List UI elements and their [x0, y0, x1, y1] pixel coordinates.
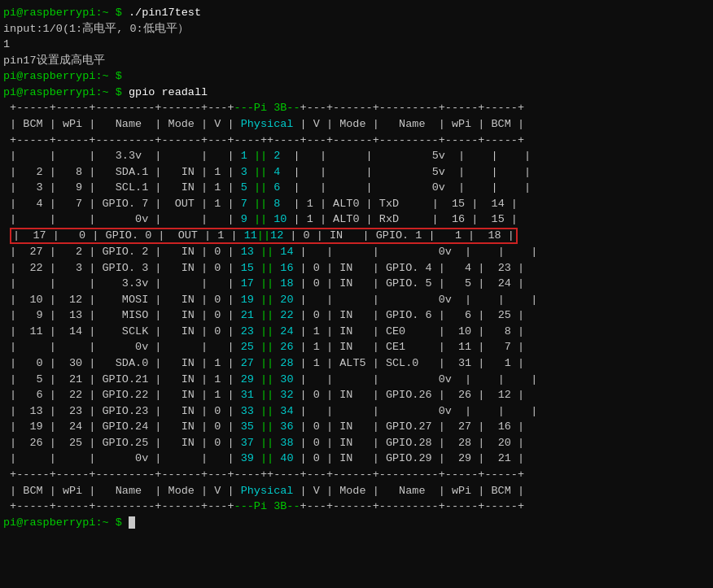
prompt-6: pi@raspberrypi:~ $	[3, 86, 129, 98]
line-5: pi@raspberrypi:~ $	[3, 68, 710, 85]
line-2: input:1/0(1:高电平, 0:低电平）	[3, 21, 710, 37]
cmd-1: ./pin17test	[129, 7, 201, 19]
table-row-sda0: | 0 | 30 | SDA.0 | IN | 1 | 27 || 28 | 1…	[3, 355, 710, 372]
table-row-miso: | 9 | 13 | MISO | IN | 0 | 21 || 22 | 0 …	[3, 307, 710, 324]
table-footer-header: | BCM | wPi | Name | Mode | V | Physical…	[3, 483, 710, 499]
cmd-6: gpio readall	[129, 86, 208, 98]
table-bottom-line: +-----+-----+---------+------+---+---Pi …	[3, 499, 710, 515]
table-row-gpio24: | 19 | 24 | GPIO.24 | IN | 0 | 35 || 36 …	[3, 419, 710, 435]
output-2: input:1/0(1:高电平, 0:低电平）	[3, 23, 189, 35]
table-row-gpio23: | 13 | 23 | GPIO.23 | IN | 0 | 33 || 34 …	[3, 403, 710, 420]
table-row-gpio21: | 5 | 21 | GPIO.21 | IN | 1 | 29 || 30 |…	[3, 372, 710, 388]
table-row-sda1: | 2 | 8 | SDA.1 | IN | 1 | 3 || 4 | | | …	[3, 164, 710, 181]
cursor	[129, 516, 135, 529]
line-3: 1	[3, 37, 710, 53]
line-1: pi@raspberrypi:~ $ ./pin17test	[3, 5, 710, 21]
table-row-mosi: | 10 | 12 | MOSI | IN | 0 | 19 || 20 | |…	[3, 292, 710, 308]
prompt-5: pi@raspberrypi:~ $	[3, 70, 129, 82]
line-4: pin17设置成高电平	[3, 53, 710, 69]
table-row-3v3-1: | | | 3.3v | | | 1 || 2 | | | 5v | | |	[3, 148, 710, 164]
table-row-gpio7: | 4 | 7 | GPIO. 7 | OUT | 1 | 7 || 8 | 1…	[3, 196, 710, 212]
highlight-box: | 17 | 0 | GPIO. 0 | OUT | 1 | 11||12 | …	[10, 228, 518, 244]
table-row-gpio22: | 6 | 22 | GPIO.22 | IN | 1 | 31 || 32 |…	[3, 387, 710, 403]
table-row-3v3-17: | | | 3.3v | | | 17 || 18 | 0 | IN | GPI…	[3, 276, 710, 292]
table-row-gpio25: | 26 | 25 | GPIO.25 | IN | 0 | 37 || 38 …	[3, 435, 710, 451]
table-top-line: +-----+-----+---------+------+---+---Pi …	[3, 100, 710, 116]
terminal: pi@raspberrypi:~ $ ./pin17test input:1/0…	[0, 0, 713, 588]
final-prompt: pi@raspberrypi:~ $	[3, 516, 129, 529]
table-header-line: | BCM | wPi | Name | Mode | V | Physical…	[3, 116, 710, 133]
table-row-sclk: | 11 | 14 | SCLK | IN | 0 | 23 || 24 | 1…	[3, 324, 710, 340]
line-6: pi@raspberrypi:~ $ gpio readall	[3, 85, 710, 101]
table-sep-line: +-----+-----+---------+------+---+----++…	[3, 133, 710, 149]
table-row-gpio2: | 27 | 2 | GPIO. 2 | IN | 0 | 13 || 14 |…	[3, 244, 710, 260]
table-row-0v-25: | | | 0v | | | 25 || 26 | 1 | IN | CE1 |…	[3, 339, 710, 355]
prompt-1: pi@raspberrypi:~ $	[3, 7, 129, 19]
table-row-0v-39: | | | 0v | | | 39 || 40 | 0 | IN | GPIO.…	[3, 451, 710, 467]
table-row-scl1: | 3 | 9 | SCL.1 | IN | 1 | 5 || 6 | | | …	[3, 180, 710, 196]
table-row-gpio3: | 22 | 3 | GPIO. 3 | IN | 0 | 15 || 16 |…	[3, 260, 710, 277]
output-3: 1	[3, 38, 10, 50]
line-final-prompt: pi@raspberrypi:~ $	[3, 515, 710, 531]
output-4: pin17设置成高电平	[3, 54, 105, 67]
table-row-gpio0-highlight: | 17 | 0 | GPIO. 0 | OUT | 1 | 11||12 | …	[3, 228, 710, 244]
table-row-0v-9: | | | 0v | | | 9 || 10 | 1 | ALT0 | RxD …	[3, 211, 710, 228]
table-footer-sep-line: +-----+-----+---------+------+---+----++…	[3, 467, 710, 483]
